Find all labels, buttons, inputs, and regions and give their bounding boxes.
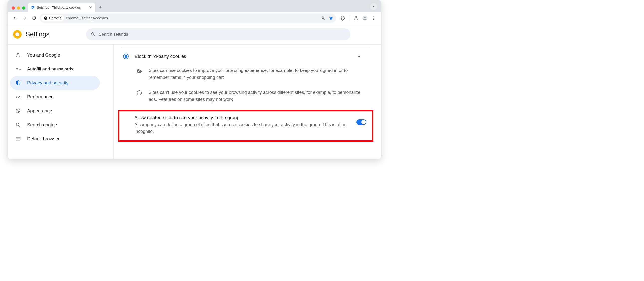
svg-point-15 — [138, 70, 138, 70]
tab-overflow-button[interactable] — [370, 3, 377, 10]
content-area: Settings Search settings You an — [8, 24, 381, 159]
tab-title: Settings - Third-party cookies — [37, 6, 86, 9]
extensions-icon[interactable] — [338, 14, 346, 22]
settings-sidebar: You and Google Autofill and passwords Pr… — [8, 45, 114, 159]
sidebar-item-label: You and Google — [27, 52, 60, 58]
detail-text-1: Sites can use cookies to improve your br… — [148, 67, 364, 81]
svg-point-4 — [364, 17, 366, 18]
svg-point-17 — [140, 71, 140, 72]
detail-text-2: Sites can't use your cookies to see your… — [148, 89, 364, 103]
browser-window-icon — [15, 136, 21, 142]
page-title: Settings — [26, 30, 50, 38]
toggle-description: A company can define a group of sites th… — [134, 121, 351, 135]
toggle-knob-icon — [361, 120, 366, 124]
sidebar-item-search-engine[interactable]: Search engine — [10, 118, 100, 132]
toolbar: Chrome chrome://settings/cookies — [8, 12, 381, 24]
site-chip-label: Chrome — [49, 16, 61, 20]
svg-point-2 — [45, 17, 46, 18]
svg-point-9 — [16, 68, 18, 70]
sidebar-item-label: Privacy and security — [27, 80, 68, 86]
svg-point-11 — [18, 110, 18, 110]
sidebar-item-label: Default browser — [27, 136, 60, 141]
reload-button[interactable] — [30, 14, 38, 22]
close-tab-icon[interactable]: ✕ — [88, 5, 92, 10]
new-tab-button[interactable]: + — [97, 4, 104, 11]
svg-point-5 — [374, 16, 374, 17]
sidebar-item-label: Search engine — [27, 122, 57, 128]
sidebar-item-label: Autofill and passwords — [27, 66, 73, 72]
search-settings-input[interactable]: Search settings — [86, 28, 350, 40]
window-controls — [10, 6, 28, 12]
search-icon — [90, 32, 96, 37]
close-window-button[interactable] — [12, 6, 15, 10]
svg-point-10 — [17, 111, 18, 111]
sidebar-item-label: Appearance — [27, 108, 52, 114]
svg-point-16 — [138, 71, 139, 72]
radio-selected-icon[interactable] — [123, 53, 129, 59]
toggle-title: Allow related sites to see your activity… — [134, 115, 351, 120]
search-placeholder: Search settings — [99, 32, 128, 37]
svg-point-18 — [139, 70, 140, 71]
chrome-logo-icon — [44, 16, 48, 20]
back-button[interactable] — [11, 14, 19, 22]
zoom-icon[interactable] — [321, 16, 326, 20]
cookie-allow-description: Sites can use cookies to improve your br… — [121, 65, 370, 87]
address-bar[interactable]: Chrome chrome://settings/cookies — [40, 14, 336, 23]
related-sites-toggle-row: Allow related sites to see your activity… — [118, 110, 374, 142]
chrome-settings-logo-icon — [13, 30, 22, 39]
speedometer-icon — [15, 94, 21, 100]
cookie-block-description: Sites can't use your cookies to see your… — [121, 87, 370, 109]
toolbar-divider — [349, 15, 349, 21]
profile-avatar-icon[interactable] — [361, 14, 369, 22]
settings-header: Settings Search settings — [8, 24, 381, 45]
sidebar-item-label: Performance — [27, 94, 54, 100]
related-sites-toggle[interactable] — [356, 119, 366, 125]
site-chip[interactable]: Chrome — [41, 15, 64, 21]
bookmark-star-icon[interactable] — [328, 16, 334, 21]
search-icon — [15, 122, 21, 128]
person-icon — [15, 52, 21, 58]
sidebar-item-default-browser[interactable]: Default browser — [10, 132, 100, 146]
sidebar-item-appearance[interactable]: Appearance — [10, 104, 100, 118]
browser-tab[interactable]: Settings - Third-party cookies ✕ — [28, 3, 95, 12]
svg-point-12 — [19, 110, 19, 110]
labs-icon[interactable] — [352, 14, 360, 22]
shield-icon — [15, 80, 21, 86]
sidebar-item-you-and-google[interactable]: You and Google — [10, 48, 100, 62]
svg-rect-14 — [16, 137, 20, 140]
sidebar-item-privacy-security[interactable]: Privacy and security — [10, 76, 100, 90]
radio-label: Block third-party cookies — [135, 53, 348, 59]
maximize-window-button[interactable] — [22, 6, 26, 10]
collapse-icon[interactable] — [354, 52, 364, 61]
svg-point-8 — [17, 53, 19, 55]
svg-point-7 — [374, 19, 374, 20]
block-icon — [136, 90, 142, 96]
block-third-party-cookies-option[interactable]: Block third-party cookies — [121, 47, 370, 65]
sidebar-item-performance[interactable]: Performance — [10, 90, 100, 104]
minimize-window-button[interactable] — [17, 6, 20, 10]
svg-point-6 — [374, 18, 374, 18]
key-icon — [15, 66, 21, 72]
settings-favicon-icon — [31, 5, 35, 9]
browser-window: Settings - Third-party cookies ✕ + Chrom… — [8, 0, 382, 159]
forward-button[interactable] — [21, 14, 29, 22]
svg-point-13 — [16, 123, 19, 126]
settings-main: Block third-party cookies Sites can use … — [114, 45, 381, 159]
palette-icon — [15, 108, 21, 114]
browser-menu-icon[interactable] — [370, 14, 378, 22]
sidebar-item-autofill[interactable]: Autofill and passwords — [10, 62, 100, 76]
tab-strip: Settings - Third-party cookies ✕ + — [8, 0, 381, 12]
cookie-icon — [136, 68, 142, 74]
url-text: chrome://settings/cookies — [66, 16, 108, 20]
